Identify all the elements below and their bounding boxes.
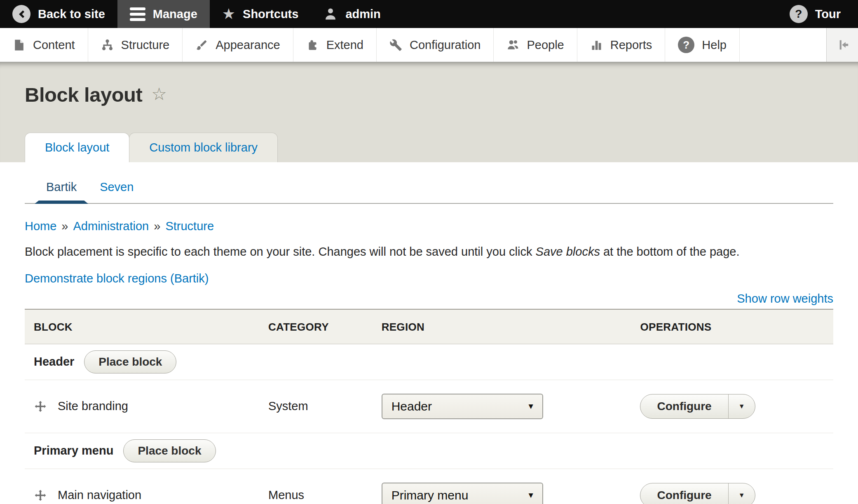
favorite-star-icon[interactable]: ☆ — [151, 86, 167, 103]
toolbar-item-label: Help — [702, 38, 727, 52]
toolbar-item-label: People — [527, 38, 564, 52]
theme-tab-seven[interactable]: Seven — [88, 172, 145, 203]
question-circle-icon: ? — [790, 5, 808, 23]
hamburger-icon — [130, 7, 145, 21]
drag-handle-icon[interactable] — [34, 489, 47, 502]
admin-topbar: Back to site Manage ★ Shortcuts admin ? … — [0, 0, 858, 28]
toolbar-item-label: Content — [33, 38, 75, 52]
back-to-site-button[interactable]: Back to site — [0, 0, 117, 28]
operations-dropdown-toggle[interactable]: ▼ — [728, 483, 755, 504]
category-label: System — [268, 399, 308, 413]
page-description: Block placement is specific to each them… — [25, 243, 833, 260]
breadcrumb-separator: » — [154, 219, 160, 233]
page-header: Block layout ☆ Block layout Custom block… — [0, 62, 858, 162]
show-row-weights-wrap: Show row weights — [25, 292, 833, 306]
breadcrumb-link-home[interactable]: Home — [25, 219, 56, 233]
star-icon: ★ — [222, 7, 235, 21]
description-text: Block placement is specific to each them… — [25, 245, 536, 258]
region-select-value: Header — [391, 399, 432, 413]
bar-chart-icon — [590, 39, 603, 51]
toolbar-item-structure[interactable]: Structure — [88, 28, 183, 62]
puzzle-icon — [306, 39, 319, 51]
place-block-button[interactable]: Place block — [84, 350, 176, 373]
block-label: Main navigation — [58, 488, 141, 502]
block-row-site-branding: Site branding System Header ▼ Configure … — [25, 380, 833, 433]
toolbar-item-content[interactable]: Content — [0, 28, 88, 62]
breadcrumb-separator: » — [61, 219, 68, 233]
caret-down-icon: ▼ — [738, 403, 745, 410]
shortcuts-label: Shortcuts — [243, 7, 298, 21]
username-label: admin — [345, 7, 380, 21]
primary-tabs: Block layout Custom block library — [25, 133, 833, 162]
tab-custom-block-library[interactable]: Custom block library — [129, 133, 278, 162]
column-header-operations: OPERATIONS — [631, 309, 833, 344]
user-icon — [323, 7, 338, 21]
block-row-main-navigation: Main navigation Menus Primary menu ▼ Con… — [25, 469, 833, 504]
question-circle-icon: ? — [678, 37, 694, 53]
brush-icon — [195, 39, 208, 51]
caret-down-icon: ▼ — [527, 491, 535, 500]
toolbar-item-label: Reports — [610, 38, 652, 52]
table-header-row: BLOCK CATEGORY REGION OPERATIONS — [25, 309, 833, 344]
file-icon — [13, 39, 26, 51]
operations-dropdown-toggle[interactable]: ▼ — [728, 394, 755, 418]
column-header-category: CATEGORY — [259, 309, 373, 344]
caret-down-icon: ▼ — [738, 492, 745, 499]
breadcrumb-link-administration[interactable]: Administration — [73, 219, 149, 233]
configure-split-button: Configure ▼ — [640, 394, 755, 419]
main-content: Bartik Seven Home»Administration»Structu… — [0, 172, 858, 504]
toolbar-item-label: Structure — [121, 38, 170, 52]
toolbar-item-people[interactable]: People — [494, 28, 577, 62]
tab-block-layout[interactable]: Block layout — [25, 133, 129, 162]
demonstrate-block-regions-link[interactable]: Demonstrate block regions (Bartik) — [25, 272, 209, 285]
configure-split-button: Configure ▼ — [640, 483, 755, 504]
tour-button[interactable]: ? Tour — [777, 0, 858, 28]
description-text: at the bottom of the page. — [600, 245, 740, 258]
toolbar-item-extend[interactable]: Extend — [293, 28, 377, 62]
column-header-block: BLOCK — [25, 309, 259, 344]
page-title: Block layout — [25, 84, 142, 106]
manage-toolbar: Content Structure Appearance Extend Conf… — [0, 28, 858, 62]
collapse-left-icon — [835, 38, 849, 52]
toolbar-spacer — [740, 28, 826, 62]
category-label: Menus — [268, 488, 304, 502]
caret-down-icon: ▼ — [527, 402, 535, 411]
manage-tab[interactable]: Manage — [117, 0, 210, 28]
region-row-primary-menu: Primary menu Place block — [25, 433, 833, 469]
region-label: Header — [34, 355, 74, 369]
column-header-region: REGION — [373, 309, 631, 344]
theme-tab-bartik[interactable]: Bartik — [35, 172, 88, 203]
toolbar-item-configuration[interactable]: Configuration — [377, 28, 494, 62]
toolbar-item-label: Configuration — [410, 38, 481, 52]
region-select[interactable]: Primary menu ▼ — [382, 483, 543, 504]
toolbar-item-reports[interactable]: Reports — [577, 28, 666, 62]
toolbar-item-label: Extend — [326, 38, 363, 52]
region-row-header: Header Place block — [25, 344, 833, 380]
save-blocks-italic: Save blocks — [536, 245, 600, 258]
region-select-value: Primary menu — [391, 488, 469, 502]
configure-button[interactable]: Configure — [640, 483, 728, 504]
toolbar-item-label: Appearance — [216, 38, 280, 52]
drag-handle-icon[interactable] — [34, 400, 47, 413]
shortcuts-tab[interactable]: ★ Shortcuts — [210, 0, 311, 28]
tour-label: Tour — [815, 7, 841, 21]
breadcrumb-link-structure[interactable]: Structure — [165, 219, 214, 233]
blocks-table: BLOCK CATEGORY REGION OPERATIONS Header … — [25, 309, 833, 504]
chevron-left-circle-icon — [12, 5, 30, 23]
back-to-site-label: Back to site — [38, 7, 105, 21]
region-label: Primary menu — [34, 444, 113, 457]
show-row-weights-link[interactable]: Show row weights — [737, 292, 833, 305]
place-block-button[interactable]: Place block — [123, 439, 216, 462]
people-icon — [506, 39, 519, 51]
wrench-icon — [389, 39, 402, 51]
user-menu[interactable]: admin — [311, 0, 393, 28]
toolbar-item-appearance[interactable]: Appearance — [183, 28, 293, 62]
region-select[interactable]: Header ▼ — [382, 394, 543, 419]
configure-button[interactable]: Configure — [640, 394, 728, 418]
manage-label: Manage — [153, 7, 197, 21]
toolbar-item-help[interactable]: ? Help — [665, 28, 740, 62]
breadcrumb: Home»Administration»Structure — [25, 219, 833, 233]
block-label: Site branding — [58, 399, 128, 413]
theme-tabs: Bartik Seven — [25, 172, 833, 204]
toolbar-collapse-button[interactable] — [826, 28, 858, 62]
